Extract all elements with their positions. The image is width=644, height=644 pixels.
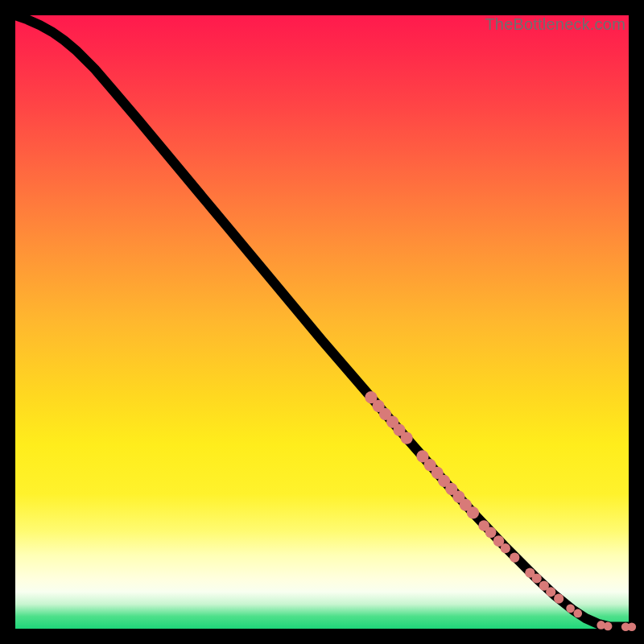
chart-svg: [15, 15, 629, 629]
chart-area: TheBottleneck.com: [15, 15, 629, 629]
data-point: [501, 543, 510, 553]
data-point: [467, 506, 479, 518]
data-point: [604, 622, 613, 631]
data-point: [510, 553, 519, 563]
data-point: [627, 622, 636, 631]
data-point: [485, 527, 497, 539]
data-point: [401, 431, 413, 444]
data-point: [566, 605, 575, 613]
data-point: [554, 594, 564, 604]
bottleneck-curve: [15, 15, 629, 627]
data-point: [573, 609, 582, 618]
data-point: [532, 573, 542, 583]
data-markers: [365, 391, 636, 631]
data-point: [546, 587, 555, 597]
